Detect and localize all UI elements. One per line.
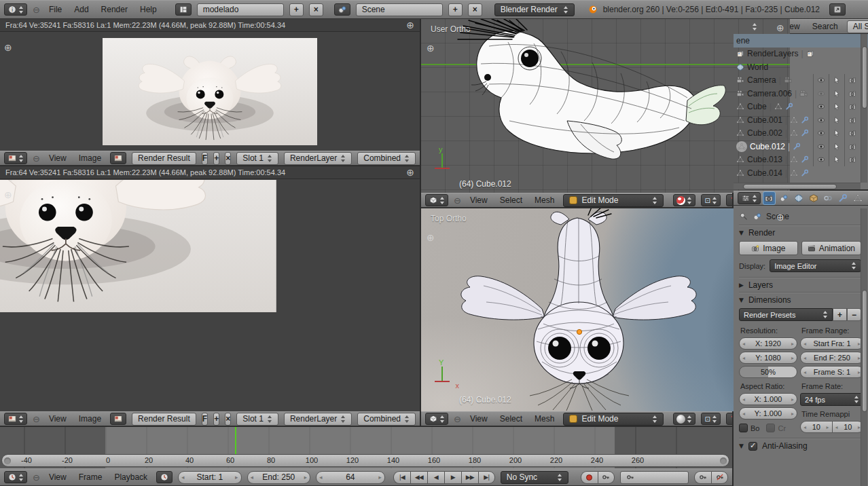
collapse-menus-icon[interactable]: ⊖ [454,414,461,424]
end-frame-field[interactable]: End F: 250 [800,352,864,364]
editor-type-selector-3d-view[interactable] [425,413,448,425]
image-name-field[interactable]: Render Result [132,152,196,165]
timeline-playhead[interactable] [235,427,236,454]
unlink-image-button[interactable]: × [225,152,231,165]
viewport-shading-select[interactable] [673,413,695,425]
screen-layout-icon[interactable] [175,3,192,16]
toolshelf-expand-icon[interactable]: ⊕ [4,190,12,200]
outliner-row-cube-001[interactable]: Cube.001| [734,113,868,127]
sync-mode-select[interactable]: No Sync [501,471,568,484]
properties-vscroll-track[interactable] [861,208,867,486]
pin-icon[interactable] [739,212,748,221]
viewport-shading-select[interactable] [673,194,695,206]
border-checkbox[interactable] [739,424,748,432]
resolution-y-field[interactable]: Y: 1080 [739,352,797,364]
crop-checkbox[interactable] [766,424,775,432]
current-frame-field[interactable]: 64 [316,471,385,484]
collapse-menus-icon[interactable]: ⊖ [33,5,40,15]
renderability-toggle[interactable] [844,87,860,100]
render-panel-header[interactable]: ▼Render [739,225,861,240]
new-image-button[interactable]: + [213,413,219,426]
collapse-menus-icon[interactable]: ⊖ [33,414,40,424]
tab-scene[interactable] [778,191,791,205]
aspect-y-field[interactable]: Y: 1.000 [739,407,797,419]
tab-render[interactable] [763,191,776,205]
tab-world[interactable] [793,191,806,205]
toolshelf-expand-icon[interactable]: ⊕ [4,43,12,52]
toolshelf-expand-icon[interactable]: ⊕ [427,43,435,53]
collapse-menus-icon[interactable]: ⊖ [454,195,461,206]
outliner-row-camera[interactable]: Camera| [734,74,868,88]
region-expand-icon[interactable]: ⊕ [406,20,414,30]
pivot-point-select[interactable]: ⊡ [701,413,720,425]
visibility-toggle[interactable] [813,127,829,141]
outliner-row-cube-013[interactable]: Cube.013| [734,153,868,167]
new-image-button[interactable]: + [213,152,219,165]
frame-end-field[interactable]: End: 250 [247,471,310,484]
menu-view[interactable]: View [467,195,491,205]
editor-type-selector-image[interactable] [4,152,27,164]
auto-key-button[interactable] [598,471,615,484]
visibility-toggle[interactable] [813,87,829,100]
properties-expand-icon[interactable]: ⊕ [776,212,784,222]
menu-help[interactable]: Help [137,5,160,14]
pivot-point-select[interactable]: ⊡ [701,194,720,206]
remap-new-field[interactable]: 10 [832,421,865,433]
antialiasing-panel-header[interactable]: ▼ Anti-Aliasing [739,438,861,453]
menu-view[interactable]: View [46,472,70,482]
outliner-row-renderlayers[interactable]: RenderLayers| [734,48,868,61]
fake-user-button[interactable]: F [202,152,208,165]
selectability-toggle[interactable] [829,153,844,167]
outliner-row-cube[interactable]: Cube| [734,100,868,114]
scene-name-field[interactable]: Scene [356,3,443,16]
image-browse-icon[interactable] [110,152,126,164]
render-animation-button[interactable]: Animation [801,241,861,255]
render-result-canvas[interactable]: ⊕ [0,32,420,151]
editor-type-selector-info[interactable] [4,3,27,16]
slot-select[interactable]: Slot 1 [236,152,278,165]
outliner-hscroll-thumb[interactable] [743,184,837,189]
resolution-percentage-slider[interactable]: 50% [739,366,797,378]
timeline-canvas[interactable]: -40 -20 0 20 40 60 80 100 120 140 160 18… [0,426,732,468]
outliner-vscroll-thumb[interactable] [862,46,867,109]
layers-panel-header[interactable]: ▶Layers [739,278,861,292]
tab-constraints[interactable] [822,191,835,205]
slot-select[interactable]: Slot 1 [236,413,278,426]
properties-expand-icon[interactable]: ⊕ [776,23,784,33]
menu-view[interactable]: View [46,414,70,424]
region-expand-icon[interactable]: ⊕ [406,168,414,177]
outliner-row-cube-012-selected[interactable]: Cube.012| [734,140,868,153]
remove-preset-button[interactable]: − [847,308,861,321]
time-cursor-icon[interactable] [156,471,173,483]
mode-select[interactable]: Edit Mode [563,413,664,426]
render-pass-select[interactable]: Combined [357,152,416,165]
render-pass-select[interactable]: Combined [357,413,416,426]
menu-add[interactable]: Add [71,5,92,14]
image-name-field[interactable]: Render Result [132,413,196,426]
editor-type-selector-properties[interactable] [738,192,761,204]
menu-image[interactable]: Image [75,414,105,424]
dimensions-panel-header[interactable]: ▼Dimensions [739,293,861,307]
menu-view[interactable]: View [46,153,70,163]
render-layer-select[interactable]: RenderLayer [284,152,352,165]
editor-type-selector-image[interactable] [4,413,27,425]
outliner-row-cube-002[interactable]: Cube.002| [734,127,868,141]
close-scene-button[interactable]: × [468,3,482,16]
play-button[interactable]: ▶ [444,471,461,484]
outliner-row-scene[interactable]: ene [734,34,868,48]
menu-file[interactable]: File [46,5,65,14]
menu-render[interactable]: Render [98,5,131,14]
frame-rate-select[interactable]: 24 fps [800,393,864,406]
selectability-toggle[interactable] [829,74,844,88]
menu-playback[interactable]: Playback [111,472,151,482]
collapse-menus-icon[interactable]: ⊖ [33,472,40,483]
selectability-toggle[interactable] [829,87,844,100]
visibility-toggle[interactable] [813,140,829,153]
start-frame-field[interactable]: Start Fra: 1 [800,337,864,350]
renderability-toggle[interactable] [844,100,860,114]
delete-keyframe-button[interactable] [711,471,728,484]
outliner-row-world[interactable]: World [734,60,868,74]
outliner-row-camera-006[interactable]: Camera.006| [734,87,868,100]
menu-search[interactable]: Search [809,22,842,31]
menu-view[interactable]: View [467,414,491,424]
